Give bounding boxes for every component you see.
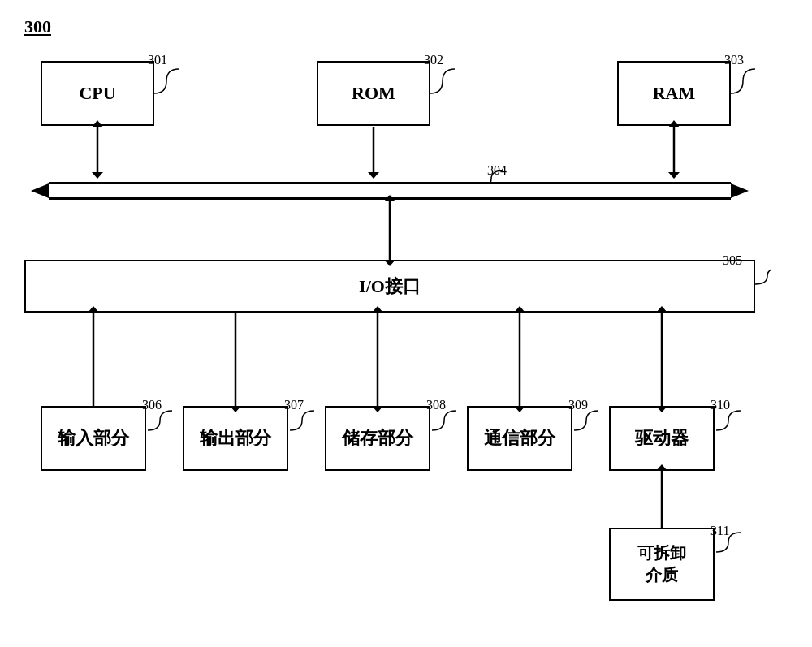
input-label: 输入部分 [58,426,129,451]
cpu-label: CPU [79,83,115,104]
ref-301: 301 [148,53,167,67]
io-box: I/O接口 [24,260,755,313]
svg-marker-13 [668,172,680,179]
input-box: 输入部分 [41,406,146,471]
ref-310: 310 [710,398,730,412]
rom-box: ROM [317,61,430,126]
storage-label: 储存部分 [342,426,413,451]
ref-304: 304 [487,163,507,178]
storage-box: 储存部分 [325,406,430,471]
ref-305: 305 [723,253,742,268]
ref-302: 302 [424,53,443,67]
ram-label: RAM [653,83,696,104]
ref-303: 303 [724,53,744,67]
io-label: I/O接口 [359,274,421,299]
driver-box: 驱动器 [609,406,715,471]
ref-306: 306 [142,398,162,412]
comms-box: 通信部分 [467,406,572,471]
output-label: 输出部分 [200,426,271,451]
svg-marker-8 [92,172,103,179]
svg-marker-18 [31,183,49,198]
driver-label: 驱动器 [635,426,689,451]
ref-311: 311 [710,524,729,538]
svg-marker-19 [731,183,749,198]
cpu-box: CPU [41,61,154,126]
ram-box: RAM [617,61,731,126]
ref-309: 309 [568,398,588,412]
comms-label: 通信部分 [484,426,555,451]
output-box: 输出部分 [183,406,288,471]
main-ref-label: 300 [24,16,51,37]
diagram-container: 300 CPU 301 ROM 302 RAM 303 I/O接口 305 30… [24,16,771,633]
ref-307: 307 [284,398,304,412]
rom-label: ROM [352,83,395,104]
removable-box: 可拆卸 介质 [609,528,715,601]
ref-308: 308 [426,398,446,412]
svg-marker-10 [368,172,379,179]
svg-marker-21 [384,195,395,201]
removable-label: 可拆卸 介质 [637,542,686,586]
